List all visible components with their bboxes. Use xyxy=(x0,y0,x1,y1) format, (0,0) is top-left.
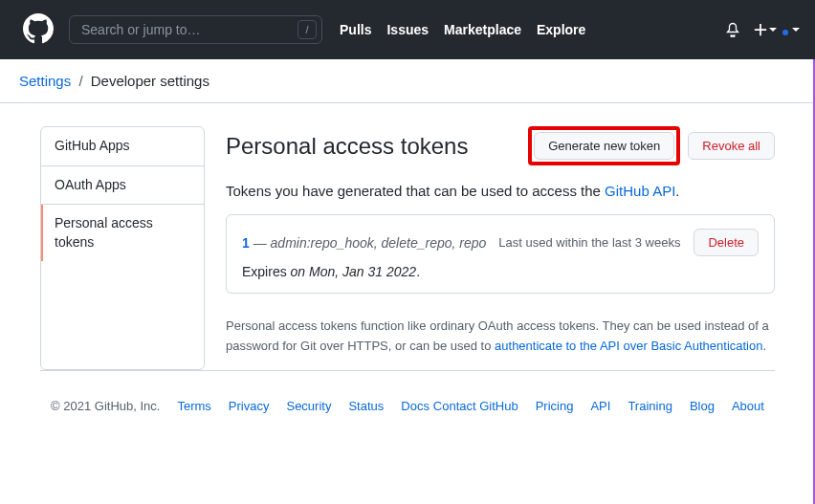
token-scopes: admin:repo_hook, delete_repo, repo xyxy=(271,235,487,251)
footer-status[interactable]: Status xyxy=(348,399,384,413)
generate-new-token-button[interactable]: Generate new token xyxy=(534,132,674,160)
footer-about[interactable]: About xyxy=(732,399,764,413)
footer-terms[interactable]: Terms xyxy=(177,399,210,413)
search-input[interactable] xyxy=(69,15,322,44)
plus-icon xyxy=(754,23,767,36)
token-box: 1 — admin:repo_hook, delete_repo, repo L… xyxy=(226,214,775,294)
footer-copyright: © 2021 GitHub, Inc. xyxy=(51,399,160,413)
github-mark-icon xyxy=(23,13,54,44)
breadcrumb-sep: / xyxy=(78,73,82,89)
subtext-pre: Tokens you have generated that can be us… xyxy=(226,183,605,199)
search-wrap: / xyxy=(69,15,322,44)
token-dash: — xyxy=(250,235,271,251)
top-header: / Pulls Issues Marketplace Explore xyxy=(0,0,815,59)
main-layout: GitHub Apps OAuth Apps Personal access t… xyxy=(0,103,815,370)
delete-token-button[interactable]: Delete xyxy=(694,229,759,256)
footer-row-2: Contact GitHub Pricing API Training Blog… xyxy=(433,399,764,413)
expires-date: on Mon, Jan 31 2022 xyxy=(291,264,417,279)
breadcrumb-settings[interactable]: Settings xyxy=(19,73,71,89)
caret-down-icon xyxy=(769,28,777,32)
bell-icon xyxy=(725,22,740,37)
footer-api[interactable]: API xyxy=(590,399,610,413)
footer-blog[interactable]: Blog xyxy=(690,399,715,413)
footer-docs[interactable]: Docs xyxy=(401,399,430,413)
desc-post: . xyxy=(762,339,766,353)
page-title: Personal access tokens xyxy=(226,133,528,160)
sidebar: GitHub Apps OAuth Apps Personal access t… xyxy=(40,126,205,370)
breadcrumb-current: Developer settings xyxy=(91,73,209,89)
nav-issues[interactable]: Issues xyxy=(386,22,429,37)
primary-nav: Pulls Issues Marketplace Explore xyxy=(340,22,585,37)
create-menu[interactable] xyxy=(754,23,777,36)
sidebar-item-pat[interactable]: Personal access tokens xyxy=(41,205,204,261)
breadcrumb: Settings / Developer settings xyxy=(0,59,815,102)
content-head: Personal access tokens Generate new toke… xyxy=(226,126,775,165)
token-expires: Expires on Mon, Jan 31 2022. xyxy=(242,264,759,279)
footer-training[interactable]: Training xyxy=(628,399,672,413)
highlight-annotation: Generate new token xyxy=(528,126,680,165)
token-name-link[interactable]: 1 xyxy=(242,235,250,251)
github-api-link[interactable]: GitHub API xyxy=(605,183,675,199)
revoke-all-button[interactable]: Revoke all xyxy=(688,132,775,160)
footer: © 2021 GitHub, Inc. Terms Privacy Securi… xyxy=(0,371,815,423)
notifications-button[interactable] xyxy=(725,22,740,37)
github-logo[interactable] xyxy=(23,13,54,47)
subtext-post: . xyxy=(675,183,679,199)
basic-auth-link[interactable]: authenticate to the API over Basic Authe… xyxy=(495,339,762,353)
slash-hint: / xyxy=(297,20,317,39)
pat-description: Personal access tokens function like ord… xyxy=(226,317,775,357)
header-right xyxy=(725,22,800,37)
footer-row-1: © 2021 GitHub, Inc. Terms Privacy Securi… xyxy=(51,399,430,413)
expires-pre: Expires xyxy=(242,264,291,279)
user-menu[interactable] xyxy=(790,28,800,32)
footer-pricing[interactable]: Pricing xyxy=(536,399,574,413)
nav-pulls[interactable]: Pulls xyxy=(340,22,371,37)
footer-privacy[interactable]: Privacy xyxy=(229,399,270,413)
tokens-subtext: Tokens you have generated that can be us… xyxy=(226,183,775,199)
expires-post: . xyxy=(416,264,420,279)
footer-contact[interactable]: Contact GitHub xyxy=(433,399,518,413)
token-row: 1 — admin:repo_hook, delete_repo, repo L… xyxy=(242,229,759,256)
content: Personal access tokens Generate new toke… xyxy=(226,126,775,370)
token-left: 1 — admin:repo_hook, delete_repo, repo xyxy=(242,235,498,251)
footer-security[interactable]: Security xyxy=(286,399,331,413)
caret-down-icon xyxy=(792,28,800,32)
sidebar-item-github-apps[interactable]: GitHub Apps xyxy=(41,127,204,166)
sidebar-item-oauth-apps[interactable]: OAuth Apps xyxy=(41,166,204,206)
nav-explore[interactable]: Explore xyxy=(537,22,585,37)
token-last-used: Last used within the last 3 weeks xyxy=(498,235,680,250)
nav-marketplace[interactable]: Marketplace xyxy=(444,22,521,37)
unread-dot-icon xyxy=(781,28,790,37)
